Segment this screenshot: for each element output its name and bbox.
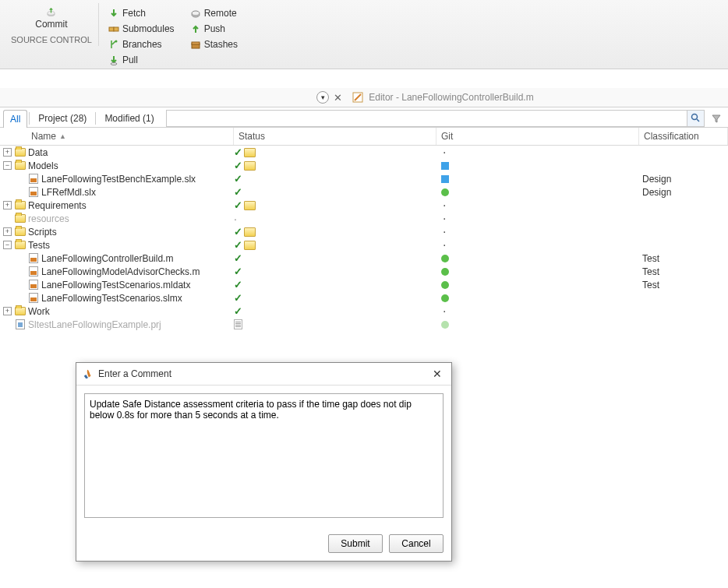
file-icon bbox=[27, 174, 39, 184]
table-row[interactable]: SltestLaneFollowingExample.prj bbox=[0, 318, 728, 331]
folder-icon bbox=[14, 227, 26, 237]
name-cell: +Data bbox=[0, 147, 234, 158]
dialog-footer: Submit Cancel bbox=[76, 528, 451, 561]
name-cell: resources bbox=[0, 213, 234, 224]
comment-textarea[interactable] bbox=[84, 393, 444, 518]
push-icon bbox=[190, 23, 201, 34]
status-cell bbox=[234, 319, 436, 329]
table-row[interactable]: +Data✓· bbox=[0, 146, 728, 159]
push-button[interactable]: Push bbox=[187, 22, 241, 36]
commit-group: Commit SOURCE CONTROL bbox=[5, 3, 99, 46]
item-label: resources bbox=[28, 213, 69, 224]
file-icon bbox=[27, 187, 39, 197]
table-row[interactable]: LaneFollowingControllerBuild.m✓Test bbox=[0, 252, 728, 265]
git-cell bbox=[436, 162, 639, 170]
stashes-button[interactable]: Stashes bbox=[187, 37, 241, 51]
dialog-body bbox=[76, 386, 451, 528]
table-row[interactable]: +Work✓· bbox=[0, 305, 728, 318]
commit-label: Commit bbox=[35, 19, 67, 30]
collapse-button[interactable]: − bbox=[3, 161, 12, 170]
check-icon: ✓ bbox=[234, 226, 242, 238]
submit-button[interactable]: Submit bbox=[328, 534, 383, 553]
stashes-icon bbox=[190, 39, 201, 50]
commit-button[interactable]: Commit bbox=[28, 3, 74, 33]
status-cell: ✓ bbox=[234, 252, 436, 264]
table-row[interactable]: +Scripts✓· bbox=[0, 225, 728, 238]
table-row[interactable]: LFRefMdl.slx✓Design bbox=[0, 185, 728, 199]
folder-icon bbox=[14, 240, 26, 250]
expand-button[interactable]: + bbox=[3, 227, 12, 236]
name-cell: −Tests bbox=[0, 240, 234, 251]
status-cell: ✓ bbox=[234, 186, 436, 198]
name-cell: SltestLaneFollowingExample.prj bbox=[0, 319, 234, 330]
table-row[interactable]: LaneFollowingModelAdvisorChecks.m✓Test bbox=[0, 265, 728, 278]
expand-button[interactable]: + bbox=[3, 201, 12, 209]
status-cell: ✓ bbox=[234, 226, 436, 238]
expand-button[interactable]: + bbox=[3, 307, 12, 315]
name-cell: +Scripts bbox=[0, 227, 234, 238]
item-label: LaneFollowingTestScenarios.slmx bbox=[41, 293, 182, 304]
collapse-button[interactable]: − bbox=[3, 241, 12, 249]
submodules-label: Submodules bbox=[122, 23, 175, 34]
check-icon: ✓ bbox=[234, 305, 242, 317]
item-label: LaneFollowingTestBenchExample.slx bbox=[41, 174, 196, 185]
git-cell: · bbox=[436, 199, 639, 213]
editor-bar: ▾ ✕ Editor - LaneFollowingControllerBuil… bbox=[0, 88, 728, 107]
col-name-label: Name bbox=[31, 131, 56, 142]
table-row[interactable]: LaneFollowingTestScenarios.mldatx✓Test bbox=[0, 278, 728, 291]
expand-button[interactable]: + bbox=[3, 148, 12, 157]
item-label: Work bbox=[28, 306, 50, 317]
file-tree: +Data✓·−Models✓LaneFollowingTestBenchExa… bbox=[0, 146, 728, 331]
item-label: Tests bbox=[28, 240, 50, 251]
git-unchanged-icon: · bbox=[443, 146, 446, 160]
table-row[interactable]: −Tests✓· bbox=[0, 238, 728, 252]
separator bbox=[29, 112, 30, 125]
table-row[interactable]: −Models✓ bbox=[0, 159, 728, 172]
branches-label: Branches bbox=[122, 39, 162, 50]
status-cell: ✓ bbox=[234, 199, 436, 211]
editor-filename: LaneFollowingControllerBuild.m bbox=[401, 92, 533, 103]
filter-funnel-button[interactable] bbox=[708, 110, 725, 127]
filter-tab-modified[interactable]: Modified (1) bbox=[97, 109, 161, 127]
remote-icon bbox=[190, 8, 201, 19]
remote-label: Remote bbox=[204, 8, 237, 19]
dialog-close-button[interactable]: ✕ bbox=[429, 368, 445, 380]
table-row[interactable]: +Requirements✓· bbox=[0, 199, 728, 212]
close-editor-button[interactable]: ✕ bbox=[334, 92, 342, 104]
status-cell: ✓ bbox=[234, 305, 436, 317]
git-cell bbox=[436, 255, 639, 262]
check-icon: ✓ bbox=[234, 266, 242, 277]
git-modified-icon bbox=[441, 175, 449, 183]
folder-badge-icon bbox=[244, 148, 256, 157]
folder-icon bbox=[14, 306, 26, 316]
git-unchanged-icon: · bbox=[443, 199, 446, 213]
remote-button[interactable]: Remote bbox=[187, 6, 241, 20]
submodules-button[interactable]: Submodules bbox=[105, 22, 178, 36]
table-row[interactable]: LaneFollowingTestBenchExample.slx✓Design bbox=[0, 172, 728, 185]
branches-button[interactable]: Branches bbox=[105, 37, 178, 51]
pull-button[interactable]: Pull bbox=[105, 53, 178, 67]
column-status[interactable]: Status bbox=[234, 128, 436, 145]
status-cell: ✓ bbox=[234, 266, 436, 277]
table-row[interactable]: LaneFollowingTestScenarios.slmx✓ bbox=[0, 291, 728, 305]
item-label: Models bbox=[28, 160, 58, 171]
fetch-button[interactable]: Fetch bbox=[105, 6, 178, 20]
status-cell: ✓ bbox=[234, 173, 436, 185]
column-git[interactable]: Git bbox=[436, 128, 639, 145]
file-icon bbox=[27, 266, 39, 276]
item-label: Requirements bbox=[28, 200, 87, 211]
dropdown-button[interactable]: ▾ bbox=[316, 91, 329, 104]
column-classification[interactable]: Classification bbox=[639, 128, 728, 145]
check-icon: ✓ bbox=[234, 279, 242, 290]
git-unchanged-icon: · bbox=[443, 305, 446, 319]
item-label: SltestLaneFollowingExample.prj bbox=[28, 319, 161, 330]
svg-rect-4 bbox=[109, 27, 114, 31]
git-actions: Fetch Remote Submodules Push Branches St… bbox=[105, 3, 241, 67]
cancel-button[interactable]: Cancel bbox=[389, 534, 444, 553]
search-input[interactable] bbox=[167, 113, 687, 124]
filter-tab-all[interactable]: All bbox=[3, 110, 27, 128]
column-name[interactable]: Name▲ bbox=[0, 128, 234, 145]
table-row[interactable]: resources·· bbox=[0, 212, 728, 225]
search-button[interactable] bbox=[687, 111, 704, 126]
filter-tab-project[interactable]: Project (28) bbox=[31, 109, 94, 127]
